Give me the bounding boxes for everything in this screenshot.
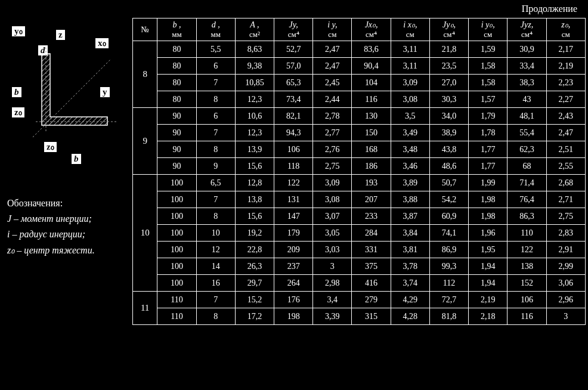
cell-ix0: 3,11 <box>391 41 429 58</box>
cell-Jx0: 375 <box>352 258 391 275</box>
cell-Jx0: 116 <box>352 91 391 108</box>
cell-z0: 2,27 <box>546 91 585 108</box>
label-y0-top: y₀ <box>12 26 25 36</box>
cell-iy0: 1,58 <box>469 75 507 91</box>
cell-z0: 2,51 <box>546 141 585 158</box>
table-row: 990610,682,12,781303,534,01,7948,12,43 <box>133 108 586 125</box>
cell-Jx0: 83,6 <box>352 41 391 58</box>
cell-Jy: 106 <box>274 141 313 158</box>
cell-z0: 2,99 <box>546 258 585 275</box>
label-z: z <box>56 30 65 40</box>
cell-b: 90 <box>157 108 196 125</box>
cell-b: 100 <box>157 208 196 225</box>
table-row: 90915,61182,751863,4648,61,77682,55 <box>133 158 586 175</box>
cell-Jyz: 33,4 <box>507 58 546 75</box>
cell-ix0: 3,89 <box>391 175 429 191</box>
group-number-cell: 8 <box>133 41 157 108</box>
cell-A: 12,3 <box>235 91 274 108</box>
cell-Jy: 131 <box>274 191 313 208</box>
cell-A: 15,6 <box>235 158 274 175</box>
cell-b: 80 <box>157 75 196 91</box>
cell-Jy0: 50,7 <box>429 175 468 191</box>
cell-Jyz: 71,4 <box>507 175 546 191</box>
cell-d: 6 <box>196 108 235 125</box>
cell-iy0: 1,98 <box>469 208 507 225</box>
table-body: 8805,58,6352,72,4783,63,1121,81,5930,92,… <box>133 41 586 325</box>
cell-A: 10,6 <box>235 108 274 125</box>
th-iy0: i y₀,см <box>469 18 507 41</box>
cell-d: 12 <box>196 242 235 258</box>
table-row: 1001426,323733753,7899,31,941382,99 <box>133 258 586 275</box>
cell-Jx0: 416 <box>352 275 391 292</box>
cell-iy: 3,07 <box>313 208 352 225</box>
cell-iy0: 1,58 <box>469 58 507 75</box>
cell-z0: 3,06 <box>546 275 585 292</box>
th-b: b ,мм <box>157 18 196 41</box>
cell-Jy: 82,1 <box>274 108 313 125</box>
cell-ix0: 3,88 <box>391 191 429 208</box>
table-row: 80812,373,42,441163,0830,31,57432,27 <box>133 91 586 108</box>
group-number-cell: 9 <box>133 108 157 175</box>
cell-iy0: 2,19 <box>469 292 507 308</box>
cell-Jx0: 207 <box>352 191 391 208</box>
cell-Jyz: 38,3 <box>507 75 546 91</box>
table-row: 101006,512,81223,091933,8950,71,9971,42,… <box>133 175 586 191</box>
cell-Jy: 198 <box>274 308 313 325</box>
cell-b: 100 <box>157 258 196 275</box>
cell-iy: 2,77 <box>313 125 352 141</box>
th-num: № <box>133 18 157 41</box>
cell-Jx0: 130 <box>352 108 391 125</box>
table-row: 8805,58,6352,72,4783,63,1121,81,5930,92,… <box>133 41 586 58</box>
cell-d: 8 <box>196 141 235 158</box>
cell-iy: 2,44 <box>313 91 352 108</box>
cell-A: 15,2 <box>235 292 274 308</box>
cell-Jx0: 150 <box>352 125 391 141</box>
cell-Jyz: 110 <box>507 225 546 242</box>
cell-iy0: 1,94 <box>469 258 507 275</box>
table-row: 1001019,21793,052843,8474,11,961102,83 <box>133 225 586 242</box>
cell-Jy0: 48,6 <box>429 158 468 175</box>
cell-d: 6,5 <box>196 175 235 191</box>
cell-Jy: 237 <box>274 258 313 275</box>
cell-Jy: 147 <box>274 208 313 225</box>
label-z0-bottom: z₀ <box>44 142 57 152</box>
cell-Jy0: 86,9 <box>429 242 468 258</box>
cell-d: 16 <box>196 275 235 292</box>
table-row: 1001629,72642,984163,741121,941523,06 <box>133 275 586 292</box>
cell-Jyz: 30,9 <box>507 41 546 58</box>
cell-iy: 2,47 <box>313 41 352 58</box>
cell-d: 6 <box>196 58 235 75</box>
cell-ix0: 3,09 <box>391 75 429 91</box>
cell-b: 80 <box>157 91 196 108</box>
cell-A: 12,3 <box>235 125 274 141</box>
notes-line-3: z₀ – центр тяжести. <box>7 244 95 256</box>
label-b-left: b <box>12 87 21 97</box>
notes-line-2: i – радиус инерции; <box>7 229 95 240</box>
legend-notes: Обозначения: J – момент инерции; i – рад… <box>7 193 95 261</box>
cell-Jyz: 55,4 <box>507 125 546 141</box>
cell-b: 100 <box>157 175 196 191</box>
table-row: 11110715,21763,42794,2972,72,191062,96 <box>133 292 586 308</box>
cell-A: 19,2 <box>235 225 274 242</box>
cell-b: 100 <box>157 242 196 258</box>
cell-iy: 3,4 <box>313 292 352 308</box>
th-ix0: i x₀,см <box>391 18 429 41</box>
cell-Jy: 73,4 <box>274 91 313 108</box>
cell-d: 10 <box>196 225 235 242</box>
cell-d: 7 <box>196 191 235 208</box>
cell-Jy0: 27,0 <box>429 75 468 91</box>
cell-z0: 2,91 <box>546 242 585 258</box>
cell-ix0: 3,81 <box>391 242 429 258</box>
cell-Jx0: 233 <box>352 208 391 225</box>
section-diagram: y₀ z x₀ d b y z₀ z₀ b <box>12 24 131 173</box>
cell-iy0: 2,18 <box>469 308 507 325</box>
cell-z0: 2,75 <box>546 208 585 225</box>
cell-z0: 2,83 <box>546 225 585 242</box>
continuation-label: Продолжение <box>522 4 577 14</box>
cell-d: 8 <box>196 91 235 108</box>
cell-z0: 2,68 <box>546 175 585 191</box>
cell-iy: 2,75 <box>313 158 352 175</box>
cell-ix0: 3,5 <box>391 108 429 125</box>
cell-z0: 2,17 <box>546 41 585 58</box>
angle-profile-icon <box>30 48 119 143</box>
